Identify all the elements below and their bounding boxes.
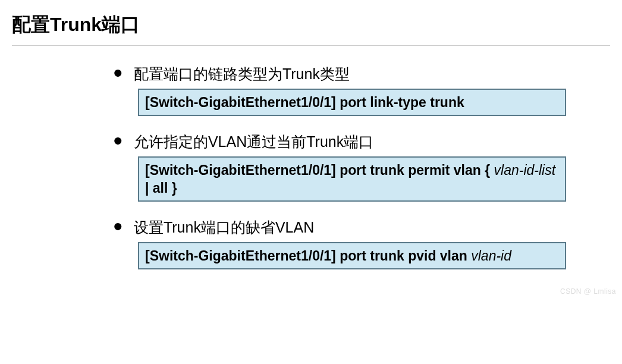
bullet-dot-icon: ● (113, 217, 123, 235)
cli-prompt: [Switch-GigabitEthernet1/0/1] (145, 248, 336, 263)
content-area: ● 配置端口的链路类型为Trunk类型 [Switch-GigabitEther… (12, 64, 610, 269)
cli-prompt: [Switch-GigabitEthernet1/0/1] (145, 95, 336, 110)
cli-param: vlan-id-list (494, 162, 556, 178)
cli-command: port link-type trunk (336, 95, 464, 110)
code-box: [Switch-GigabitEthernet1/0/1] port trunk… (138, 242, 566, 269)
item-label: 配置端口的链路类型为Trunk类型 (134, 64, 350, 84)
cli-sep: | all } (145, 180, 177, 196)
code-box: [Switch-GigabitEthernet1/0/1] port link-… (138, 89, 566, 116)
list-item: ● 允许指定的VLAN通过当前Trunk端口 [Switch-GigabitEt… (113, 131, 574, 202)
bullet-row: ● 允许指定的VLAN通过当前Trunk端口 (113, 131, 574, 152)
item-label: 允许指定的VLAN通过当前Trunk端口 (134, 131, 373, 152)
cli-command: port trunk permit vlan (336, 162, 485, 178)
page-title: 配置Trunk端口 (12, 12, 610, 46)
cli-command: port trunk pvid vlan (336, 248, 467, 263)
bullet-row: ● 配置端口的链路类型为Trunk类型 (113, 64, 574, 84)
bullet-row: ● 设置Trunk端口的缺省VLAN (113, 217, 574, 237)
code-box: [Switch-GigabitEthernet1/0/1] port trunk… (138, 156, 566, 202)
list-item: ● 设置Trunk端口的缺省VLAN [Switch-GigabitEthern… (113, 217, 574, 269)
cli-param: vlan-id (471, 248, 511, 263)
list-item: ● 配置端口的链路类型为Trunk类型 [Switch-GigabitEther… (113, 64, 574, 116)
item-label: 设置Trunk端口的缺省VLAN (134, 217, 314, 237)
cli-sep: { (485, 162, 494, 178)
bullet-dot-icon: ● (113, 64, 123, 81)
bullet-dot-icon: ● (113, 131, 123, 149)
cli-prompt: [Switch-GigabitEthernet1/0/1] (145, 162, 336, 178)
watermark: CSDN @ Lmlisa (560, 287, 616, 296)
